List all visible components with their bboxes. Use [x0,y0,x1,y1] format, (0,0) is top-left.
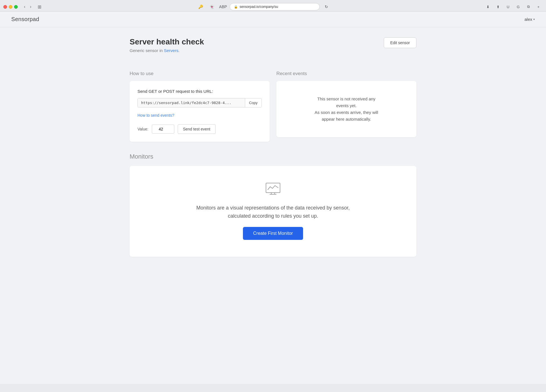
recent-events-card: This sensor is not received any events y… [276,81,416,137]
app-logo: Sensorpad [11,16,39,22]
no-events-line4: appear here automatically. [322,117,371,121]
minimize-button[interactable] [9,5,12,9]
maximize-button[interactable] [14,5,18,9]
adblock-icon[interactable]: ABP [218,2,227,11]
recent-events-title: Recent events [276,71,416,76]
recent-events-section: Recent events This sensor is not receive… [276,71,416,142]
send-test-button[interactable]: Send test event [178,124,216,134]
copy-button[interactable]: Copy [245,98,261,107]
page-title: Server health check [130,37,204,46]
monitors-description: Monitors are a visual representations of… [189,204,357,220]
user-menu[interactable]: alex ▾ [524,17,535,22]
page-header-row: Server health check Generic sensor in Se… [130,37,416,62]
main-content: Server health check Generic sensor in Se… [118,27,428,274]
browser-right-icons: ⬇ ⬆ U G ⧉ + [484,3,543,11]
page-subtitle: Generic sensor in Servers. [130,48,204,53]
forward-button[interactable]: › [28,4,33,10]
address-bar-section: 🔑 👻 ABP 🔒 sensorpad.io/company/su ↻ [46,2,481,11]
app-wrapper: Sensorpad alex ▾ Server health check Gen… [0,12,546,384]
how-to-use-section: How to use Send GET or POST request to t… [130,71,270,142]
lock-icon: 🔒 [234,5,238,9]
reload-button[interactable]: ↻ [322,2,331,11]
user-name: alex [524,17,532,22]
no-events-line3: As soon as events arrive, they will [315,110,378,115]
extensions-icon[interactable]: ⧉ [524,3,533,11]
value-row: Value: Send test event [137,124,262,134]
sidebar-toggle-button[interactable]: ⊞ [35,3,44,11]
no-events-line2: events yet. [336,103,357,108]
ghost-icon[interactable]: 👻 [207,2,216,11]
no-events-line1: This sensor is not received any [317,96,376,101]
share-icon[interactable]: ⬆ [494,3,502,11]
user-menu-chevron-icon: ▾ [533,18,535,21]
how-to-use-title: How to use [130,71,270,76]
subtitle-prefix: Generic sensor in [130,48,164,53]
password-manager-icon[interactable]: 🔑 [196,2,205,11]
ublock-icon[interactable]: U [504,3,512,11]
sensor-url: https://sensorpad.link/fe2dc4c7-9828-4..… [138,98,245,107]
close-button[interactable] [3,5,7,9]
edit-sensor-button[interactable]: Edit sensor [384,37,416,48]
nav-buttons: ‹ › [22,4,33,10]
monitors-title: Monitors [130,153,416,160]
monitors-section: Monitors Monitors are a visual represent… [130,153,416,257]
url-row: https://sensorpad.link/fe2dc4c7-9828-4..… [137,98,262,107]
monitors-card: Monitors are a visual representations of… [130,166,416,257]
monitor-chart-icon [266,183,280,197]
grammarly-icon[interactable]: G [514,3,522,11]
value-label: Value: [137,127,148,131]
subtitle-suffix: . [178,48,179,53]
how-to-use-card: Send GET or POST request to this URL: ht… [130,81,270,142]
address-text: sensorpad.io/company/su [240,5,278,9]
back-button[interactable]: ‹ [22,4,27,10]
value-input[interactable] [152,125,174,134]
top-nav: Sensorpad alex ▾ [0,12,546,27]
servers-link[interactable]: Servers [164,48,179,53]
send-label: Send GET or POST request to this URL: [137,89,262,94]
download-icon[interactable]: ⬇ [484,3,492,11]
page-header-left: Server health check Generic sensor in Se… [130,37,204,62]
how-to-send-link[interactable]: How to send events? [137,113,262,118]
traffic-lights [3,5,18,9]
new-tab-icon[interactable]: + [534,3,543,11]
no-events-message: This sensor is not received any events y… [315,96,378,123]
browser-chrome: ‹ › ⊞ 🔑 👻 ABP 🔒 sensorpad.io/company/su … [0,0,546,12]
create-first-monitor-button[interactable]: Create First Monitor [243,227,303,240]
two-col-layout: How to use Send GET or POST request to t… [130,71,416,142]
address-bar[interactable]: 🔒 sensorpad.io/company/su [230,3,320,10]
